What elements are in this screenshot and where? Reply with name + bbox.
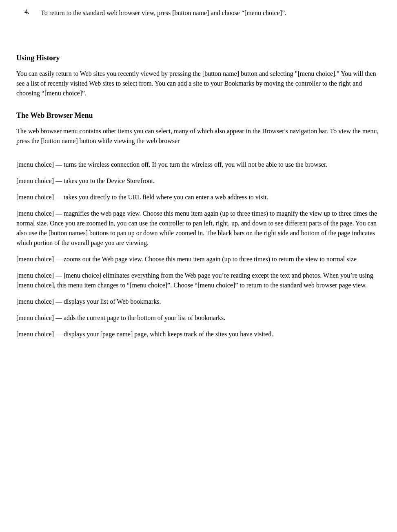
step-number-4: 4. [24, 8, 41, 18]
menu-item-9: [menu choice] — displays your [page name… [16, 329, 381, 339]
menu-item-2: [menu choice] — takes you to the Device … [16, 176, 381, 186]
web-browser-menu-paragraph: The web browser menu contains other item… [16, 126, 381, 146]
step-4: 4. To return to the standard web browser… [16, 8, 381, 18]
web-browser-menu-heading: The Web Browser Menu [16, 110, 381, 121]
spacer-3 [16, 152, 381, 160]
spacer-2 [16, 33, 381, 41]
page-content: 4. To return to the standard web browser… [0, 0, 397, 362]
step-text-4: To return to the standard web browser vi… [41, 8, 286, 18]
menu-item-3: [menu choice] — takes you directly to th… [16, 192, 381, 202]
using-history-paragraph: You can easily return to Web sites you r… [16, 69, 381, 98]
using-history-heading: Using History [16, 53, 381, 63]
menu-item-4: [menu choice] — magnifies the web page v… [16, 209, 381, 248]
spacer-1 [16, 24, 381, 33]
menu-items-list: [menu choice] — turns the wireless conne… [16, 160, 381, 339]
menu-item-5: [menu choice] — zooms out the Web page v… [16, 254, 381, 264]
menu-item-8: [menu choice] — adds the current page to… [16, 313, 381, 323]
menu-item-1: [menu choice] — turns the wireless conne… [16, 160, 381, 170]
menu-item-7: [menu choice] — displays your list of We… [16, 297, 381, 307]
menu-item-6: [menu choice] — [menu choice] eliminates… [16, 271, 381, 290]
